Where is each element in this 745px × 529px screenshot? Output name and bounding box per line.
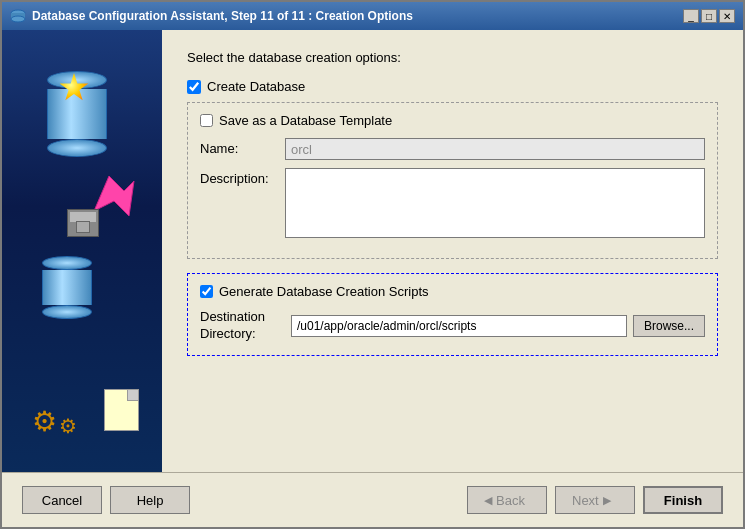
db-cylinder-2 [42,256,92,319]
save-template-label[interactable]: Save as a Database Template [219,113,392,128]
section-title: Select the database creation options: [187,50,718,65]
cyl-top-2 [42,256,92,270]
create-db-row: Create Database [187,79,718,94]
template-header: Save as a Database Template [200,113,705,128]
cyl-body-1 [47,89,107,139]
scripts-header: Generate Database Creation Scripts [200,284,705,299]
back-button[interactable]: ◀ Back [467,486,547,514]
app-icon [10,8,26,24]
illustration-wrapper: ⚙ ⚙ [17,61,147,441]
template-section: Save as a Database Template Name: Descri… [187,102,718,259]
cyl-bottom-1 [47,139,107,157]
main-window: Database Configuration Assistant, Step 1… [0,0,745,529]
name-input[interactable] [285,138,705,160]
cancel-button[interactable]: Cancel [22,486,102,514]
help-button[interactable]: Help [110,486,190,514]
titlebar-left: Database Configuration Assistant, Step 1… [10,8,413,24]
illustration-panel: ⚙ ⚙ [2,30,162,472]
gear-icons: ⚙ ⚙ [32,408,77,436]
name-label: Name: [200,138,285,156]
description-textarea[interactable] [285,168,705,238]
name-row: Name: [200,138,705,160]
scripts-section: Generate Database Creation Scripts Desti… [187,273,718,356]
cylinder-small [42,256,92,319]
browse-button[interactable]: Browse... [633,315,705,337]
floppy-disk-icon [67,209,99,237]
content-area: ⚙ ⚙ Select the database creation options… [2,30,743,472]
next-arrow-icon: ▶ [603,494,611,507]
destination-row: DestinationDirectory: Browse... [200,309,705,343]
form-panel: Select the database creation options: Cr… [162,30,743,472]
finish-button[interactable]: Finish [643,486,723,514]
gear-group: ⚙ ⚙ [32,408,77,436]
footer-left-buttons: Cancel Help [22,486,190,514]
create-db-label[interactable]: Create Database [207,79,305,94]
maximize-button[interactable]: □ [701,9,717,23]
cyl-body-2 [42,270,92,305]
footer-right-buttons: ◀ Back Next ▶ Finish [467,486,723,514]
next-button[interactable]: Next ▶ [555,486,635,514]
description-label: Description: [200,168,285,186]
destination-input[interactable] [291,315,627,337]
db-cylinder-1 [47,71,107,157]
svg-marker-3 [94,176,134,216]
create-db-checkbox[interactable] [187,80,201,94]
gear-small-icon: ⚙ [59,416,77,436]
next-label: Next [572,493,599,508]
document-icon [104,389,139,431]
save-template-checkbox[interactable] [200,114,213,127]
description-row: Description: [200,168,705,238]
titlebar: Database Configuration Assistant, Step 1… [2,2,743,30]
gear-large-icon: ⚙ [32,408,57,436]
back-arrow-icon: ◀ [484,494,492,507]
back-label: Back [496,493,525,508]
footer: Cancel Help ◀ Back Next ▶ Finish [2,472,743,527]
svg-point-2 [11,16,25,22]
close-button[interactable]: ✕ [719,9,735,23]
titlebar-controls: _ □ ✕ [683,9,735,23]
floppy-inner [67,209,99,237]
minimize-button[interactable]: _ [683,9,699,23]
window-title: Database Configuration Assistant, Step 1… [32,9,413,23]
generate-scripts-checkbox[interactable] [200,285,213,298]
generate-scripts-label[interactable]: Generate Database Creation Scripts [219,284,429,299]
cyl-bottom-2 [42,305,92,319]
destination-label: DestinationDirectory: [200,309,285,343]
